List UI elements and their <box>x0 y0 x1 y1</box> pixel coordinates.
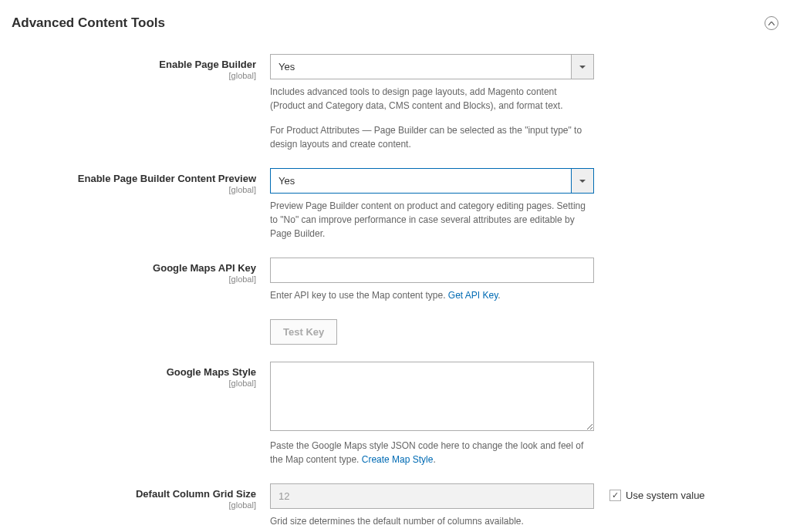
enable-preview-label: Enable Page Builder Content Preview <box>78 173 256 184</box>
scope-label: [global] <box>12 274 256 284</box>
create-map-style-link[interactable]: Create Map Style <box>362 454 434 465</box>
dropdown-arrow-icon[interactable] <box>571 168 594 194</box>
help-text: Grid size determines the default number … <box>270 514 594 528</box>
scope-label: [global] <box>12 71 256 80</box>
get-api-key-link[interactable]: Get API Key <box>448 290 498 301</box>
use-system-value-checkbox[interactable]: ✓ <box>609 490 621 501</box>
help-text: Paste the Google Maps style JSON code he… <box>270 439 594 466</box>
section-title: Advanced Content Tools <box>12 15 165 31</box>
default-grid-label: Default Column Grid Size <box>136 488 256 500</box>
help-text: Includes advanced tools to design page l… <box>270 85 594 113</box>
default-grid-input <box>270 483 594 509</box>
enable-preview-value[interactable] <box>270 168 571 194</box>
help-text: Enter API key to use the Map content typ… <box>270 288 594 302</box>
collapse-toggle-icon[interactable] <box>765 16 778 30</box>
maps-style-textarea[interactable] <box>270 362 594 431</box>
scope-label: [global] <box>12 500 256 510</box>
enable-preview-select[interactable] <box>270 168 594 194</box>
maps-api-key-input[interactable] <box>270 258 594 283</box>
maps-style-label: Google Maps Style <box>167 366 256 378</box>
enable-page-builder-value[interactable] <box>270 54 571 79</box>
help-text: Preview Page Builder content on product … <box>270 199 594 241</box>
scope-label: [global] <box>12 185 256 194</box>
dropdown-arrow-icon[interactable] <box>571 54 594 79</box>
scope-label: [global] <box>12 379 256 388</box>
use-system-value-label: Use system value <box>626 490 705 501</box>
help-text: For Product Attributes — Page Builder ca… <box>270 123 594 151</box>
enable-page-builder-select[interactable] <box>270 54 594 79</box>
maps-api-key-label: Google Maps API Key <box>153 262 256 274</box>
test-key-button[interactable]: Test Key <box>270 319 337 345</box>
enable-page-builder-label: Enable Page Builder <box>159 59 256 70</box>
